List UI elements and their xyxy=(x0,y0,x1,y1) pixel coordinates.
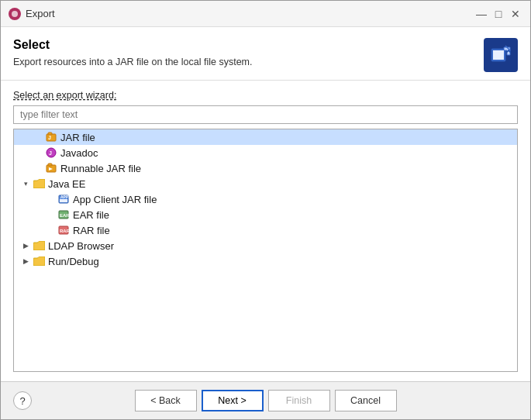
tree-item-ear-label: EAR file xyxy=(73,209,109,221)
toggle-jar xyxy=(33,132,43,143)
content-area: Select Export resources into a JAR file … xyxy=(1,27,530,381)
tree-item-runnable-jar-label: Runnable JAR file xyxy=(60,163,141,174)
window-controls: — □ ✕ xyxy=(474,7,522,21)
toggle-ear xyxy=(45,209,56,220)
svg-text:EAR: EAR xyxy=(60,213,69,218)
rar-icon: RAR xyxy=(57,224,70,236)
toggle-runnable-jar xyxy=(33,163,43,174)
footer-left: ? xyxy=(13,391,32,410)
window-title: Export xyxy=(26,8,55,19)
tree-item-app-client[interactable]: APP App Client JAR file xyxy=(14,191,517,207)
title-bar-left: Export xyxy=(9,8,55,20)
main-area: Select an export wizard: J JAR file xyxy=(1,81,530,381)
toggle-app-client xyxy=(45,194,56,205)
toggle-rar xyxy=(45,225,56,236)
footer-area: ? < Back Next > Finish Cancel xyxy=(1,381,530,419)
toggle-run-debug: ▶ xyxy=(20,256,31,267)
svg-text:APP: APP xyxy=(60,195,69,199)
runnable-jar-icon xyxy=(45,162,57,174)
svg-rect-5 xyxy=(48,133,52,135)
ear-icon: EAR xyxy=(57,208,70,221)
minimize-button[interactable]: — xyxy=(474,7,488,21)
tree-item-ldap-browser-label: LDAP Browser xyxy=(48,240,114,252)
finish-button[interactable]: Finish xyxy=(268,390,330,411)
svg-text:J: J xyxy=(49,150,52,156)
title-bar: Export — □ ✕ xyxy=(1,1,530,27)
toggle-javadoc xyxy=(33,147,43,158)
tree-container[interactable]: J JAR file J Javadoc xyxy=(13,129,518,372)
tree-item-run-debug[interactable]: ▶ Run/Debug xyxy=(14,253,517,269)
javadoc-icon: J xyxy=(45,146,57,159)
filter-label: Select an export wizard: xyxy=(13,90,518,101)
tree-item-jar-label: JAR file xyxy=(60,132,95,143)
tree-item-javadoc-label: Javadoc xyxy=(60,147,98,159)
tree-item-java-ee-label: Java EE xyxy=(48,178,85,190)
svg-rect-12 xyxy=(60,199,67,202)
maximize-button[interactable]: □ xyxy=(491,7,505,21)
tree-item-jar[interactable]: J JAR file xyxy=(14,129,517,145)
export-icon xyxy=(484,38,518,72)
page-subtitle: Export resources into a JAR file on the … xyxy=(13,57,252,67)
jar-icon: J xyxy=(45,131,57,143)
tree-item-rar-label: RAR file xyxy=(73,225,110,236)
run-debug-folder-icon xyxy=(33,255,45,267)
tree-item-ear[interactable]: EAR EAR file xyxy=(14,207,517,222)
footer-buttons: < Back Next > Finish Cancel xyxy=(32,390,499,411)
tree-item-run-debug-label: Run/Debug xyxy=(48,256,99,267)
tree-item-java-ee[interactable]: ▾ Java EE xyxy=(14,176,517,191)
header-text: Select Export resources into a JAR file … xyxy=(13,38,252,67)
cancel-button[interactable]: Cancel xyxy=(335,390,397,411)
tree-item-ldap-browser[interactable]: ▶ LDAP Browser xyxy=(14,238,517,253)
svg-rect-10 xyxy=(48,164,52,166)
tree-item-app-client-label: App Client JAR file xyxy=(73,194,157,205)
toggle-java-ee: ▾ xyxy=(20,178,31,189)
help-button[interactable]: ? xyxy=(13,391,32,410)
tree-item-runnable-jar[interactable]: Runnable JAR file xyxy=(14,160,517,176)
header-section: Select Export resources into a JAR file … xyxy=(1,27,530,81)
app-client-icon: APP xyxy=(57,193,70,205)
tree-item-rar[interactable]: RAR RAR file xyxy=(14,222,517,238)
svg-point-0 xyxy=(12,11,18,17)
close-button[interactable]: ✕ xyxy=(509,7,522,21)
svg-text:J: J xyxy=(48,135,51,140)
svg-text:RAR: RAR xyxy=(60,229,69,233)
svg-rect-2 xyxy=(493,50,504,60)
tree-item-javadoc[interactable]: J Javadoc xyxy=(14,145,517,160)
filter-input[interactable] xyxy=(13,105,518,124)
toggle-ldap-browser: ▶ xyxy=(20,240,31,251)
back-button[interactable]: < Back xyxy=(135,390,197,411)
ldap-browser-folder-icon xyxy=(33,239,45,252)
page-title: Select xyxy=(13,38,252,52)
next-button[interactable]: Next > xyxy=(202,390,264,411)
java-ee-folder-icon xyxy=(33,177,45,190)
app-icon xyxy=(9,8,21,20)
